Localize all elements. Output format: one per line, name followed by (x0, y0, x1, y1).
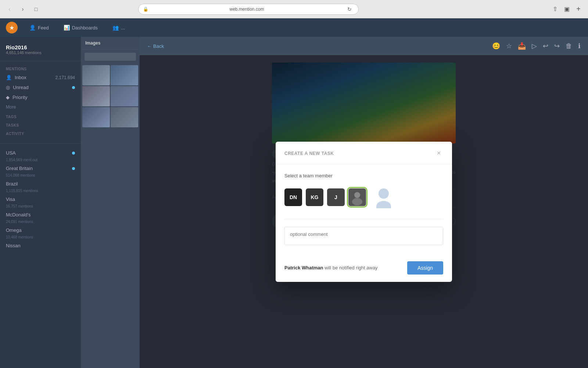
brazil-label: Brazil (6, 181, 18, 187)
mcdonalds-label: McDonald's (6, 212, 31, 217)
modal-close-button[interactable]: × (434, 149, 443, 158)
sidebar-more[interactable]: More (0, 102, 81, 112)
sidebar-item-priority-left: ◆ Priority (6, 95, 27, 100)
modal-header: CREATE A NEW TASK × (276, 142, 452, 164)
new-tab-button[interactable]: + (573, 4, 584, 14)
back-arrow-icon: ← (147, 43, 152, 49)
sidebar-item-usa[interactable]: USA (0, 148, 81, 158)
back-button[interactable]: ‹ (4, 4, 15, 14)
reply-toolbar-icon[interactable]: ↩ (543, 42, 548, 50)
create-task-modal: CREATE A NEW TASK × Select a team member… (276, 142, 452, 282)
modal-footer: Patrick Whatman will be notified right a… (276, 255, 452, 282)
left-sidebar: Rio2016 4,651,146 mentions MENTIONS 👤 In… (0, 37, 81, 368)
nav-dashboards-label: Dashboards (72, 25, 98, 31)
more-nav-icon: 👥 (112, 25, 119, 31)
member-photo-inner (348, 188, 366, 206)
nav-feed-label: Feed (38, 25, 49, 31)
modal-title: CREATE A NEW TASK (284, 151, 334, 156)
tasks-section-label: TASKS (0, 120, 81, 129)
reload-button[interactable]: ↻ (345, 5, 354, 14)
sidebar-item-visa[interactable]: Visa (0, 194, 81, 204)
trash-toolbar-icon[interactable]: 🗑 (566, 42, 572, 50)
user-toolbar-icon[interactable]: 😊 (492, 42, 500, 50)
info-toolbar-icon[interactable]: ℹ (578, 42, 581, 50)
notify-suffix: will be notified right away (323, 265, 377, 270)
comment-input[interactable] (284, 227, 443, 245)
gb-count: 514,068 mentions (0, 173, 81, 179)
inbox-count: 2,171,694 (55, 75, 75, 80)
brand-count: 4,651,146 mentions (6, 50, 75, 55)
svg-point-3 (379, 188, 389, 199)
app-header: ★ 👤 Feed 📊 Dashboards 👥 ... (0, 18, 588, 37)
thumb-item-5[interactable] (82, 107, 110, 127)
member-photo[interactable] (348, 188, 366, 206)
notify-text: Patrick Whatman will be notified right a… (284, 265, 378, 270)
sidebar-item-mcdonalds[interactable]: McDonald's (0, 210, 81, 220)
play-toolbar-icon[interactable]: ▷ (532, 42, 537, 50)
url-text[interactable]: web.mention.com (151, 7, 343, 12)
lock-icon: 🔒 (143, 7, 148, 12)
thumb-item-1[interactable] (82, 65, 110, 85)
modal-backdrop: CREATE A NEW TASK × Select a team member… (140, 55, 588, 368)
nav-feed[interactable]: 👤 Feed (26, 23, 52, 32)
forward-button[interactable]: › (18, 4, 28, 14)
sidebar-item-unread-left: ◎ Unread (6, 85, 29, 90)
member-dn-initials: DN (290, 194, 297, 200)
assign-button[interactable]: Assign (407, 261, 443, 275)
sidebar-toggle-button[interactable]: □ (31, 4, 41, 14)
usa-dot (72, 152, 75, 155)
thumb-item-2[interactable] (111, 65, 138, 85)
inbox-toolbar-icon[interactable]: 📥 (518, 42, 526, 50)
visa-label: Visa (6, 197, 15, 202)
thumb-item-3[interactable] (82, 86, 110, 106)
star-toolbar-icon[interactable]: ☆ (506, 42, 512, 50)
sidebar-item-priority[interactable]: ◆ Priority (0, 92, 81, 102)
visa-count: 16,757 mentions (0, 204, 81, 210)
share-button[interactable]: ⇧ (550, 4, 560, 14)
omega-label: Omega (6, 227, 22, 233)
svg-point-1 (354, 192, 360, 198)
app-toolbar: ← Back 😊 ☆ 📥 ▷ ↩ ↪ 🗑 ℹ (140, 37, 588, 55)
ghost-avatar-svg (374, 186, 393, 208)
member-dn[interactable]: DN (284, 188, 302, 206)
thumb-item-6[interactable] (111, 107, 138, 127)
sidebar-item-omega[interactable]: Omega (0, 225, 81, 235)
share-toolbar-icon[interactable]: ↪ (554, 42, 560, 50)
priority-label: Priority (12, 95, 27, 100)
sidebar-item-brazil[interactable]: Brazil (0, 179, 81, 189)
ghost-avatar (373, 184, 395, 210)
browser-actions: ⇧ ▣ + (550, 4, 584, 14)
thumb-item-4[interactable] (111, 86, 138, 106)
inbox-icon: 👤 (6, 75, 12, 80)
sidebar-usa-left: USA (6, 150, 16, 156)
priority-icon: ◆ (6, 95, 10, 100)
brazil-count: 1,115,815 mentions (0, 189, 81, 194)
member-j[interactable]: J (327, 188, 345, 206)
member-kg[interactable]: KG (306, 188, 323, 206)
right-area: ← Back 😊 ☆ 📥 ▷ ↩ ↪ 🗑 ℹ (140, 37, 588, 368)
gb-label: Great Britain (6, 166, 33, 171)
sidebar-item-inbox[interactable]: 👤 Inbox 2,171,694 (0, 72, 81, 82)
sidebar-item-nissan[interactable]: Nissan (0, 241, 81, 251)
brand-name[interactable]: Rio2016 (6, 44, 75, 50)
dashboards-icon: 📊 (64, 25, 70, 31)
middle-search (81, 50, 140, 64)
mcdonalds-count: 24,091 mentions (0, 220, 81, 225)
modal-divider (284, 219, 443, 219)
sidebar-item-unread[interactable]: ◎ Unread (0, 82, 81, 92)
nav-dashboards[interactable]: 📊 Dashboards (61, 23, 101, 32)
app-container: ★ 👤 Feed 📊 Dashboards 👥 ... Rio2016 4,65… (0, 18, 588, 368)
back-button[interactable]: ← Back (147, 43, 164, 49)
toolbar-actions: 😊 ☆ 📥 ▷ ↩ ↪ 🗑 ℹ (492, 42, 581, 50)
nav-more[interactable]: 👥 ... (110, 23, 128, 32)
sidebar-item-gb[interactable]: Great Britain (0, 163, 81, 173)
svg-point-2 (352, 198, 362, 205)
team-members: DN KG J (284, 184, 443, 210)
brands-section: USA 1,854,569 ment.out Great Britain 514… (0, 143, 81, 251)
feed-icon: 👤 (29, 25, 36, 31)
usa-count: 1,854,569 ment.out (0, 158, 81, 163)
tab-button[interactable]: ▣ (562, 4, 572, 14)
inbox-label: Inbox (15, 75, 26, 80)
middle-search-input[interactable] (85, 53, 136, 61)
omega-count: 10,468 mentions (0, 235, 81, 241)
